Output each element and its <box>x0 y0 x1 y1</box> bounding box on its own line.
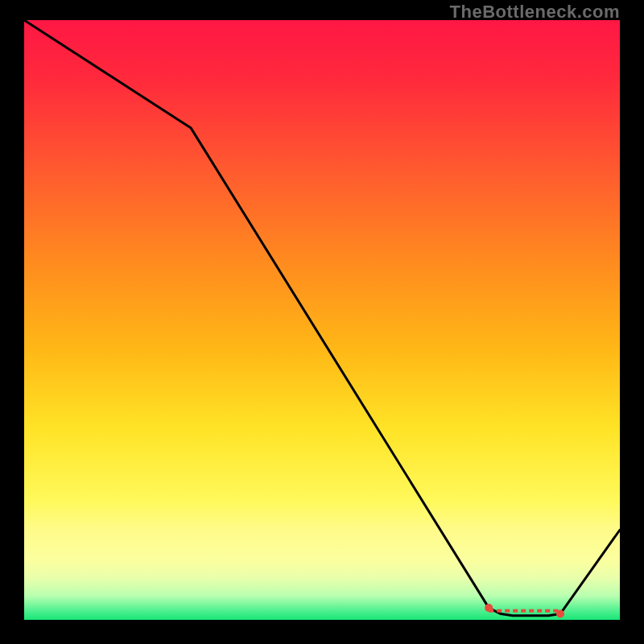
chart-frame <box>24 20 620 620</box>
chart-background <box>24 20 620 620</box>
bottleneck-chart <box>24 20 620 620</box>
